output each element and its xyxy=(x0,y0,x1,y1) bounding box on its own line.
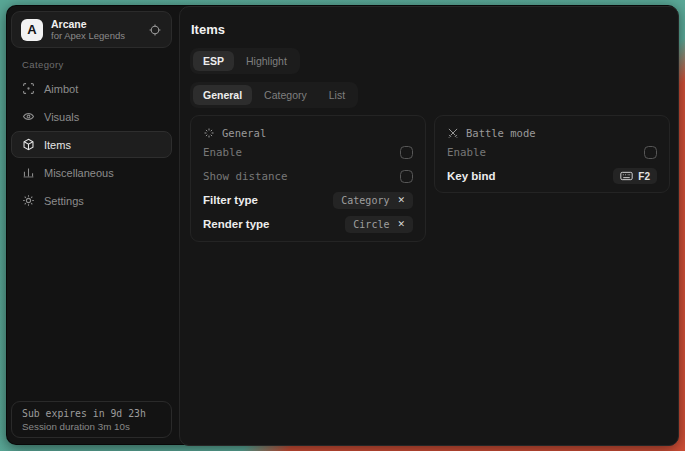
category-section-label: Category xyxy=(22,59,64,70)
general-card-header: General xyxy=(203,126,413,140)
general-card: General Enable Show distance Filter type… xyxy=(190,115,426,242)
setting-row-enable-battle: Enable xyxy=(447,140,657,164)
app-logo: A xyxy=(21,19,43,41)
sidebar-item-items[interactable]: Items xyxy=(11,131,172,158)
setting-row-filter-type: Filter type Category ✕ xyxy=(203,188,413,212)
logo-text: Arcane for Apex Legends xyxy=(51,18,125,42)
app-title: Arcane xyxy=(51,18,125,31)
setting-label: Show distance xyxy=(203,170,288,183)
close-icon[interactable]: ✕ xyxy=(397,219,405,229)
battle-enable-checkbox[interactable] xyxy=(644,146,657,159)
keyboard-icon xyxy=(620,171,633,181)
render-type-select[interactable]: Circle ✕ xyxy=(345,216,413,233)
sidebar-item-label: Miscellaneous xyxy=(44,167,114,179)
session-duration-text: Session duration 3m 10s xyxy=(22,421,161,432)
render-type-value: Circle xyxy=(353,219,389,230)
logo-card: A Arcane for Apex Legends xyxy=(11,11,172,48)
sidebar-item-label: Items xyxy=(44,139,71,151)
package-icon xyxy=(22,138,35,151)
setting-row-render-type: Render type Circle ✕ xyxy=(203,212,413,236)
tab-esp[interactable]: ESP xyxy=(193,51,234,71)
general-card-title: General xyxy=(222,127,266,139)
setting-row-enable: Enable xyxy=(203,140,413,164)
unload-crosshair-icon[interactable] xyxy=(148,23,162,37)
setting-row-show-distance: Show distance xyxy=(203,164,413,188)
swords-icon xyxy=(447,127,459,139)
sub-expiry-text: Sub expires in 9d 23h xyxy=(22,408,161,419)
show-distance-checkbox[interactable] xyxy=(400,170,413,183)
filter-type-select[interactable]: Category ✕ xyxy=(333,192,413,209)
columns-icon xyxy=(22,166,35,179)
sidebar-item-label: Aimbot xyxy=(44,83,78,95)
setting-label: Render type xyxy=(203,218,269,230)
mode-tabs: ESP Highlight xyxy=(190,48,300,74)
sidebar-item-label: Settings xyxy=(44,195,84,207)
page-title: Items xyxy=(191,22,225,37)
app-window: A Arcane for Apex Legends Category xyxy=(6,5,678,445)
tab-list[interactable]: List xyxy=(319,85,355,105)
tab-highlight[interactable]: Highlight xyxy=(236,51,297,71)
filter-type-value: Category xyxy=(341,195,389,206)
setting-label: Enable xyxy=(447,146,486,159)
setting-label: Enable xyxy=(203,146,242,159)
sidebar-item-miscellaneous[interactable]: Miscellaneous xyxy=(11,159,172,186)
sidebar-item-aimbot[interactable]: Aimbot xyxy=(11,75,172,102)
battle-mode-card: Battle mode Enable Key bind F2 xyxy=(434,115,670,193)
setting-label: Key bind xyxy=(447,170,496,182)
sidebar-item-label: Visuals xyxy=(44,111,79,123)
sidebar-item-settings[interactable]: Settings xyxy=(11,187,172,214)
battle-card-header: Battle mode xyxy=(447,126,657,140)
view-tabs: General Category List xyxy=(190,82,358,108)
eye-icon xyxy=(22,110,35,123)
keybind-button[interactable]: F2 xyxy=(613,168,657,184)
app-subtitle: for Apex Legends xyxy=(51,30,125,41)
tab-general[interactable]: General xyxy=(193,85,252,105)
gear-icon xyxy=(22,194,35,207)
keybind-value: F2 xyxy=(638,171,650,182)
main-panel: Items ESP Highlight General Category Lis… xyxy=(179,6,679,446)
setting-label: Filter type xyxy=(203,194,258,206)
crosshair-icon xyxy=(22,82,35,95)
setting-row-key-bind: Key bind F2 xyxy=(447,164,657,188)
close-icon[interactable]: ✕ xyxy=(397,195,405,205)
sidebar: A Arcane for Apex Legends Category xyxy=(7,6,179,444)
sidebar-nav: Aimbot Visuals Items xyxy=(11,75,172,215)
battle-card-title: Battle mode xyxy=(466,127,536,139)
session-status-card: Sub expires in 9d 23h Session duration 3… xyxy=(11,401,172,438)
tab-category[interactable]: Category xyxy=(254,85,317,105)
tune-icon xyxy=(203,127,215,139)
sidebar-item-visuals[interactable]: Visuals xyxy=(11,103,172,130)
enable-checkbox[interactable] xyxy=(400,146,413,159)
